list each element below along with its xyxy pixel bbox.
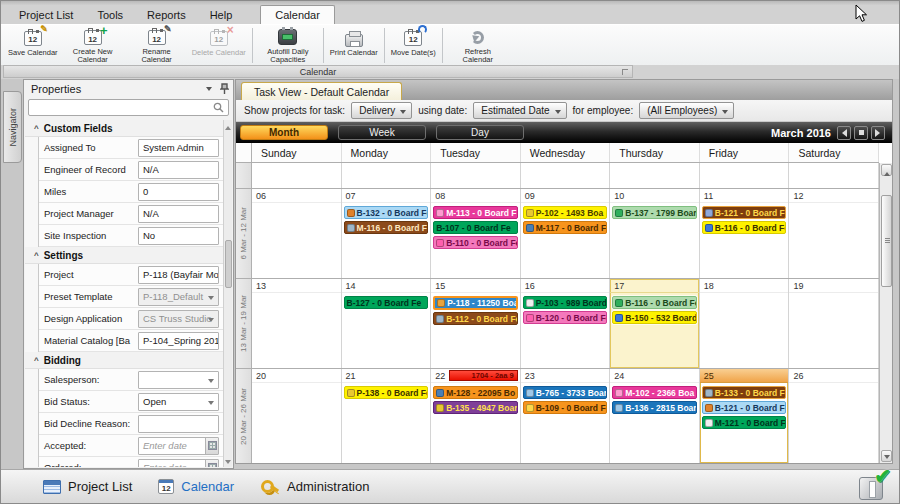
event-chip[interactable]: M-116 - 0 Board F xyxy=(344,221,429,234)
event-chip[interactable]: B-121 - 0 Board Fe xyxy=(702,206,787,219)
day-cell-15[interactable]: 15P-118 - 11250 BoaB-112 - 0 Board Fe xyxy=(431,279,521,368)
day-cell-22[interactable]: 221704 - 2aa 9M-128 - 22095 BoB-135 - 49… xyxy=(431,369,521,463)
day-cell-24[interactable]: 24M-102 - 2366 BoaB-136 - 2815 Boar xyxy=(610,369,700,463)
day-cell-11[interactable]: 11B-121 - 0 Board FeB-116 - 0 Board Fe xyxy=(700,189,790,278)
section-header-bidding[interactable]: ^Bidding xyxy=(25,352,223,369)
day-cell-26[interactable]: 26 xyxy=(789,369,879,463)
menu-item-project-list[interactable]: Project List xyxy=(7,6,85,24)
property-value-field[interactable]: Enter date xyxy=(138,437,219,455)
property-value-field[interactable]: N/A xyxy=(138,205,219,223)
move-date-s--button[interactable]: Move Date(s) xyxy=(388,26,439,65)
event-chip[interactable]: B-120 - 0 Board Fe xyxy=(523,311,608,324)
property-value-field[interactable]: P-104_Spring 2015 xyxy=(138,332,219,350)
tab-task-view-default-calendar[interactable]: Task View - Default Calendar xyxy=(241,82,402,100)
day-cell[interactable] xyxy=(342,163,432,188)
scroll-thumb[interactable] xyxy=(881,195,892,287)
property-value-field[interactable] xyxy=(138,371,219,389)
scroll-down-icon[interactable] xyxy=(225,458,232,466)
day-cell-19[interactable]: 19 xyxy=(789,279,879,368)
refresh-calendar-button[interactable]: Refresh Calendar xyxy=(446,26,510,65)
pin-icon[interactable] xyxy=(220,83,229,95)
view-tab-week[interactable]: Week xyxy=(338,125,426,140)
property-value-field[interactable]: N/A xyxy=(138,161,219,179)
menu-item-help[interactable]: Help xyxy=(198,6,245,24)
property-value-field[interactable]: System Admin xyxy=(138,139,219,157)
create-new-calendar-button[interactable]: Create New Calendar xyxy=(61,26,125,65)
property-value-field[interactable]: CS Truss Studio xyxy=(138,310,219,328)
today-button[interactable] xyxy=(854,126,868,140)
menu-tab-calendar-active[interactable]: Calendar xyxy=(260,5,335,24)
date-type-dropdown[interactable]: Estimated Date xyxy=(473,102,566,119)
scroll-up-icon[interactable] xyxy=(225,121,232,129)
chevron-down-icon[interactable] xyxy=(204,84,214,94)
day-cell-16[interactable]: 16P-103 - 989 BoardB-120 - 0 Board Fe xyxy=(521,279,611,368)
property-value-field[interactable]: Enter date xyxy=(138,459,219,468)
dialog-launcher-icon[interactable] xyxy=(622,69,628,75)
day-cell-08[interactable]: 08M-113 - 0 Board FB-107 - 0 Board FeB-1… xyxy=(431,189,521,278)
event-chip[interactable]: P-102 - 1493 Boa xyxy=(523,206,608,219)
day-cell[interactable] xyxy=(252,163,342,188)
day-cell-07[interactable]: 07B-132 - 0 Board FeM-116 - 0 Board F xyxy=(342,189,432,278)
event-chip[interactable]: B-116 - 0 Board Fe xyxy=(702,221,787,234)
event-chip[interactable]: M-102 - 2366 Boa xyxy=(612,386,697,399)
event-chip[interactable]: P-118 - 11250 Boa xyxy=(433,296,518,310)
properties-scrollbar[interactable] xyxy=(223,120,232,467)
event-chip[interactable]: M-128 - 22095 Bo xyxy=(433,386,518,399)
event-chip[interactable]: B-136 - 2815 Boar xyxy=(612,401,697,414)
menu-item-reports[interactable]: Reports xyxy=(135,6,198,24)
property-value-field[interactable]: No xyxy=(138,227,219,245)
next-month-button[interactable] xyxy=(871,126,885,140)
date-picker-icon[interactable] xyxy=(205,460,218,468)
event-chip[interactable]: B-765 - 3733 Boar xyxy=(523,386,608,399)
event-chip[interactable]: B-110 - 0 Board Fe xyxy=(433,236,518,249)
event-chip[interactable]: B-116 - 0 Board Fe xyxy=(612,296,697,309)
event-chip[interactable]: M-117 - 0 Board F xyxy=(523,221,608,234)
day-cell-06[interactable]: 06 xyxy=(252,189,342,278)
section-header-settings[interactable]: ^Settings xyxy=(25,247,223,264)
event-chip[interactable]: M-121 - 0 Board F xyxy=(702,416,787,429)
event-chip[interactable]: B-133 - 0 Board Fe xyxy=(702,386,787,399)
prev-month-button[interactable] xyxy=(837,126,851,140)
view-tab-day[interactable]: Day xyxy=(436,125,524,140)
event-chip[interactable]: B-132 - 0 Board Fe xyxy=(344,206,429,219)
property-value-field[interactable]: 0 xyxy=(138,183,219,201)
print-calendar-button[interactable]: Print Calendar xyxy=(327,26,381,65)
autofill-daily-capacities-button[interactable]: Autofill Daily Capacities xyxy=(256,26,320,65)
day-cell-23[interactable]: 23B-765 - 3733 BoarB-109 - 0 Board Fe xyxy=(521,369,611,463)
save-calendar-button[interactable]: Save Calendar xyxy=(5,26,61,65)
event-chip[interactable]: B-127 - 0 Board Fe xyxy=(344,296,429,309)
statusbar-item-project-list[interactable]: Project List xyxy=(43,479,132,494)
day-cell-12[interactable]: 12 xyxy=(789,189,879,278)
navigator-tab[interactable]: Navigator xyxy=(3,91,22,163)
event-chip[interactable]: P-103 - 989 Board xyxy=(523,296,608,309)
day-cell[interactable] xyxy=(431,163,521,188)
view-tab-month[interactable]: Month xyxy=(240,125,328,140)
day-cell[interactable] xyxy=(610,163,700,188)
day-cell[interactable] xyxy=(700,163,790,188)
scroll-up-icon[interactable] xyxy=(881,164,892,176)
scroll-down-icon[interactable] xyxy=(881,450,892,462)
day-cell-25[interactable]: 25B-133 - 0 Board FeB-121 - 0 Board FeM-… xyxy=(700,369,790,463)
event-chip[interactable]: B-112 - 0 Board Fe xyxy=(433,312,518,325)
rename-calendar-button[interactable]: Rename Calendar xyxy=(125,26,189,65)
property-value-field[interactable]: P-118_Default xyxy=(138,288,219,306)
day-cell[interactable] xyxy=(521,163,611,188)
event-chip[interactable]: B-121 - 0 Board Fe xyxy=(702,401,787,414)
event-chip[interactable]: B-135 - 4947 Boar xyxy=(433,401,518,414)
property-value-field[interactable]: Open xyxy=(138,393,219,411)
menu-item-tools[interactable]: Tools xyxy=(85,6,135,24)
tray-notification-icon[interactable]: ✔ xyxy=(859,472,889,500)
task-dropdown[interactable]: Delivery xyxy=(351,102,412,119)
day-cell-18[interactable]: 18 xyxy=(700,279,790,368)
statusbar-item-calendar[interactable]: Calendar xyxy=(158,479,234,494)
day-cell-14[interactable]: 14B-127 - 0 Board Fe xyxy=(342,279,432,368)
event-chip[interactable]: M-113 - 0 Board F xyxy=(433,206,518,219)
event-chip[interactable]: B-109 - 0 Board Fe xyxy=(523,401,608,414)
event-chip[interactable]: P-138 - 0 Board Fe xyxy=(344,386,429,399)
day-cell-21[interactable]: 21P-138 - 0 Board Fe xyxy=(342,369,432,463)
day-cell-20[interactable]: 20 xyxy=(252,369,342,463)
day-cell-10[interactable]: 10B-137 - 1799 Boar xyxy=(610,189,700,278)
event-chip[interactable]: B-150 - 532 Board xyxy=(612,311,697,324)
date-picker-icon[interactable] xyxy=(205,438,218,454)
day-cell[interactable] xyxy=(789,163,879,188)
